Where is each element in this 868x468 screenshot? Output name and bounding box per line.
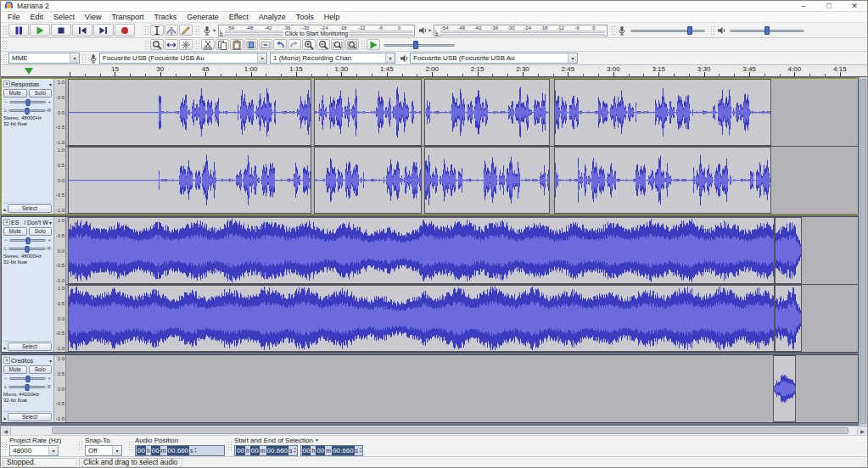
horizontal-scrollbar-track[interactable]	[11, 426, 857, 435]
playback-meter-menu[interactable]: ▾	[417, 25, 431, 36]
menu-edit[interactable]: Edit	[25, 13, 49, 21]
skip-start-button[interactable]	[72, 24, 92, 36]
toolbar-grip[interactable]	[81, 53, 86, 64]
menu-tools[interactable]: Tools	[291, 13, 319, 21]
track-name[interactable]: Respostas	[11, 81, 48, 87]
draw-tool-button[interactable]	[179, 25, 193, 36]
menu-select[interactable]: Select	[48, 13, 80, 21]
undo-button[interactable]	[273, 39, 287, 50]
select-button[interactable]: Select	[8, 343, 52, 351]
amplitude-ruler[interactable]: 1.00.50.0-0.5-1.0	[54, 355, 66, 422]
copy-button[interactable]	[216, 39, 229, 50]
slider-thumb[interactable]	[25, 237, 30, 244]
time-spinner[interactable]: ▴▾	[294, 447, 296, 454]
solo-button[interactable]: Solo	[29, 365, 53, 374]
vertical-scrollbar-thumb[interactable]	[860, 79, 866, 424]
toolbar-grip[interactable]	[144, 25, 148, 36]
recording-channels-select[interactable]: 1 (Mono) Recording Chan ▾	[270, 53, 395, 64]
menu-view[interactable]: View	[80, 13, 106, 21]
selection-end-field[interactable]: 00h00m00.660s▴▾	[300, 445, 364, 456]
skip-end-button[interactable]	[93, 24, 114, 36]
toolbar-grip[interactable]	[227, 441, 232, 451]
toolbar-grip[interactable]	[128, 441, 132, 451]
slider-thumb[interactable]	[25, 99, 30, 106]
select-button[interactable]: Select	[8, 413, 52, 421]
close-track-button[interactable]: ×	[3, 219, 10, 226]
slider-thumb[interactable]	[25, 108, 30, 114]
redo-button[interactable]	[288, 39, 301, 50]
collapse-track-button[interactable]: ▴	[3, 415, 6, 421]
close-track-button[interactable]: ×	[3, 81, 10, 87]
gain-slider[interactable]: −+	[3, 98, 52, 106]
recording-meter[interactable]: -54-48-42-36-30-24-18-12-60LRClick to St…	[218, 25, 415, 36]
gain-slider[interactable]: −+	[3, 236, 52, 244]
time-spinner[interactable]: ▴▾	[360, 447, 361, 454]
close-button[interactable]: ✕	[842, 1, 867, 11]
waveform-canvas[interactable]	[66, 217, 858, 284]
zoom-selection-button[interactable]	[331, 39, 344, 50]
stop-button[interactable]	[51, 24, 71, 36]
trim-button[interactable]	[244, 39, 258, 50]
pan-slider[interactable]: LR	[3, 106, 52, 114]
track-menu-arrow[interactable]: ▾	[49, 358, 52, 364]
track-menu-arrow[interactable]: ▾	[49, 81, 52, 87]
menu-help[interactable]: Help	[319, 13, 345, 21]
slider-thumb[interactable]	[25, 384, 30, 391]
mute-button[interactable]: Mute	[3, 365, 27, 374]
toolbar-grip[interactable]	[78, 441, 82, 451]
waveform-canvas[interactable]	[66, 285, 858, 352]
track-menu-arrow[interactable]: ▾	[49, 220, 52, 226]
paste-button[interactable]	[230, 39, 244, 50]
solo-button[interactable]: Solo	[29, 227, 53, 236]
cut-button[interactable]	[201, 39, 215, 50]
playback-volume-thumb[interactable]	[764, 26, 770, 35]
toolbar-grip[interactable]	[3, 53, 7, 64]
recording-volume-thumb[interactable]	[687, 26, 692, 35]
scroll-right-button[interactable]: ▶	[857, 426, 867, 435]
waveform-canvas[interactable]	[66, 147, 858, 214]
mute-button[interactable]: Mute	[3, 89, 27, 98]
toolbar-grip[interactable]	[3, 25, 7, 36]
recording-volume-slider[interactable]	[629, 25, 707, 36]
record-button[interactable]	[115, 24, 135, 36]
amplitude-ruler[interactable]: 1.00.50.0-0.5-1.01.00.50.0-0.5-1.0	[54, 79, 66, 214]
play-at-speed-button[interactable]	[367, 39, 380, 50]
pause-button[interactable]	[8, 24, 29, 36]
toolbar-grip[interactable]	[144, 40, 148, 50]
pan-slider[interactable]: LR	[3, 382, 52, 391]
amplitude-ruler[interactable]: 1.00.50.0-0.5-1.01.00.50.0-0.5-1.0	[54, 217, 66, 352]
pan-slider[interactable]: LR	[3, 244, 52, 253]
selection-tool-button[interactable]	[150, 25, 164, 36]
slider-thumb[interactable]	[25, 376, 30, 382]
playback-meter[interactable]: -54-48-42-36-30-24-18-12-60LR	[434, 25, 608, 36]
audio-position-field[interactable]: 00h00m00.660s▴▾	[135, 445, 225, 456]
playback-volume-slider[interactable]	[728, 25, 806, 36]
timeshift-tool-button[interactable]	[165, 39, 178, 50]
toolbar-grip[interactable]	[195, 25, 199, 36]
project-rate-select[interactable]: 48000 ▾	[9, 445, 59, 456]
time-spinner[interactable]: ▴▾	[195, 447, 197, 454]
multi-tool-button[interactable]	[179, 39, 193, 50]
solo-button[interactable]: Solo	[29, 89, 53, 98]
menu-effect[interactable]: Effect	[224, 13, 254, 21]
waveform-canvas[interactable]	[66, 355, 858, 422]
horizontal-scrollbar[interactable]: ◀ ▶	[1, 426, 867, 435]
zoom-fit-button[interactable]	[345, 39, 359, 50]
playhead-pin-icon[interactable]	[25, 68, 33, 75]
snap-to-select[interactable]: Off ▾	[85, 445, 122, 456]
recording-device-select[interactable]: Focusrite USB (Focusrite USB Au ▾	[99, 53, 267, 64]
gain-slider[interactable]: −+	[3, 374, 52, 382]
menu-generate[interactable]: Generate	[182, 13, 224, 21]
zoom-out-button[interactable]	[316, 39, 330, 50]
playback-device-select[interactable]: Focusrite USB (Focusrite USB Au ▾	[410, 53, 578, 64]
scroll-left-button[interactable]: ◀	[1, 426, 11, 435]
timeline-ruler[interactable]: 1530451:001:151:301:452:002:152:302:453:…	[1, 65, 867, 77]
selection-range-label[interactable]: Start and End of Selection▾	[234, 437, 429, 444]
toolbar-grip[interactable]	[361, 40, 365, 50]
slider-thumb[interactable]	[25, 246, 30, 253]
minimize-button[interactable]: –	[791, 1, 816, 11]
audio-host-select[interactable]: MME ▾	[8, 53, 80, 64]
zoom-tool-button[interactable]	[150, 39, 164, 50]
toolbar-grip[interactable]	[3, 40, 7, 50]
track-name[interactable]: ES_ / Don't W	[11, 220, 48, 226]
